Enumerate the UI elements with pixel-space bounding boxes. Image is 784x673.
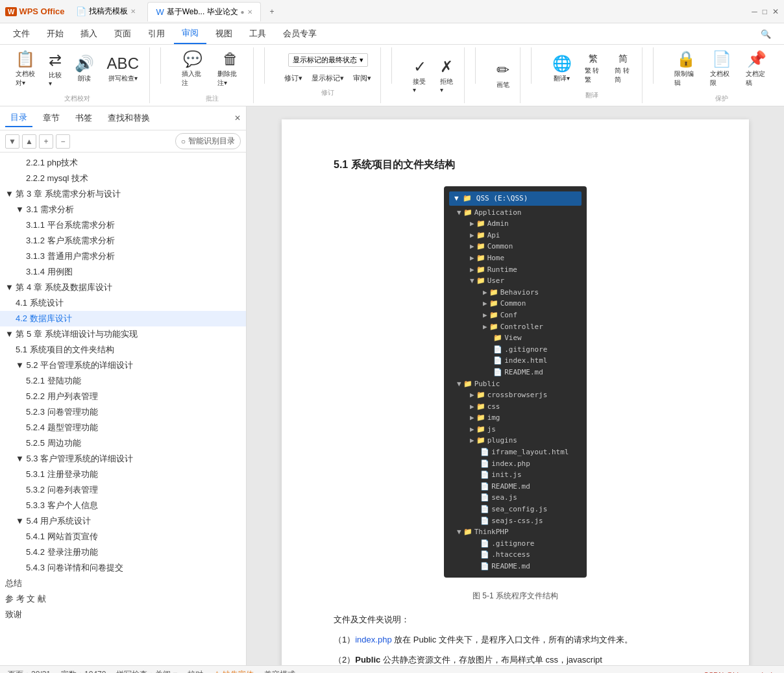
toc-item[interactable]: 参 考 文 献 bbox=[0, 591, 246, 607]
toc-item[interactable]: ▼ 5.4 用户系统设计 bbox=[0, 513, 246, 529]
toc-item[interactable]: 3.1.1 平台系统需求分析 bbox=[0, 217, 246, 233]
compare-button[interactable]: ⇄ 比较▾ bbox=[43, 49, 67, 90]
tab-toc[interactable]: 目录 bbox=[5, 109, 32, 127]
toc-item[interactable]: 3.1.3 普通用户需求分析 bbox=[0, 249, 246, 264]
ribbon-tab-view[interactable]: 视图 bbox=[208, 24, 240, 43]
accept-button[interactable]: ✓ 接受▾ bbox=[408, 55, 432, 96]
smart-toc-btn[interactable]: ○ 智能识别目录 bbox=[175, 133, 241, 149]
ribbon-tab-file[interactable]: 文件 bbox=[5, 24, 38, 43]
toc-item[interactable]: 3.1.4 用例图 bbox=[0, 264, 246, 280]
toc-item[interactable]: 5.2.3 问卷管理功能 bbox=[0, 404, 246, 420]
tab-bookmark[interactable]: 书签 bbox=[70, 110, 97, 127]
toc-item[interactable]: ▼ 第 3 章 系统需求分析与设计 bbox=[0, 186, 246, 202]
tree-public-children: ▶ 📁 crossbrowserjs ▶ 📁 css ▶ 📁 img ▶ 📁 j… bbox=[454, 389, 582, 526]
tree-item: 📄 .htaccess bbox=[467, 549, 582, 561]
toc-add-btn[interactable]: + bbox=[39, 134, 53, 149]
show-markup-btn[interactable]: 显示标记▾ bbox=[308, 72, 348, 84]
ribbon-tab-tools[interactable]: 工具 bbox=[241, 24, 274, 43]
restrict-edit-button[interactable]: 🔒 限制编辑 bbox=[669, 47, 702, 90]
toc-item[interactable]: ▼ 第 4 章 系统及数据库设计 bbox=[0, 280, 246, 295]
toc-item[interactable]: 5.3.2 问卷列表管理 bbox=[0, 482, 246, 498]
tree-item: 📄 README.md bbox=[467, 481, 582, 493]
toc-item[interactable]: 5.2.5 周边功能 bbox=[0, 435, 246, 451]
ribbon-tab-review[interactable]: 审阅 bbox=[174, 23, 206, 44]
trad-icon: 繁 bbox=[589, 53, 598, 65]
toc-item[interactable]: 5.2.1 登陆功能 bbox=[0, 373, 246, 389]
tab-findreplace[interactable]: 查找和替换 bbox=[103, 110, 155, 127]
ribbon-tab-insert[interactable]: 插入 bbox=[73, 24, 105, 43]
spell-check-button[interactable]: ABC 拼写检查▾ bbox=[102, 52, 144, 86]
tab-find-template[interactable]: 📄 找稿壳模板 ✕ bbox=[68, 2, 143, 21]
close-left-panel[interactable]: ✕ bbox=[234, 114, 241, 123]
toc-item[interactable]: 4.1 系统设计 bbox=[0, 295, 246, 311]
accept-label: 接受▾ bbox=[413, 77, 426, 93]
tab-thesis-label: 基于Web... 毕业论文 bbox=[167, 6, 238, 18]
reject-button[interactable]: ✗ 拒绝▾ bbox=[435, 55, 459, 96]
title-bar-right: ─ □ ✕ bbox=[752, 7, 779, 16]
doc-proofread-button[interactable]: 📋 文档校对▾ bbox=[10, 47, 41, 90]
toc-item[interactable]: 5.1 系统项目的文件夹结构 bbox=[0, 342, 246, 358]
toc-item[interactable]: 5.4.3 问卷详情和问卷提交 bbox=[0, 560, 246, 576]
read-aloud-button[interactable]: 🔊 朗读 bbox=[69, 52, 99, 86]
ribbon-tab-page[interactable]: 页面 bbox=[106, 24, 139, 43]
show-markup-dropdown[interactable]: 显示标记的最终状态 ▾ bbox=[288, 53, 368, 67]
toc-item[interactable]: 2.2.2 mysql 技术 bbox=[0, 171, 246, 186]
brush-button[interactable]: ✏ 画笔 bbox=[491, 58, 515, 92]
toc-item[interactable]: 5.4.1 网站首页宣传 bbox=[0, 529, 246, 545]
toc-item[interactable]: 5.2.2 用户列表管理 bbox=[0, 389, 246, 404]
insert-comment-button[interactable]: 💬 插入批注 bbox=[177, 47, 210, 90]
protect-group-title: 保护 bbox=[715, 94, 728, 103]
toc-item[interactable]: 5.4.2 登录注册功能 bbox=[0, 545, 246, 560]
toc-item-active[interactable]: 4.2 数据库设计 bbox=[0, 311, 246, 326]
window-close[interactable]: ✕ bbox=[772, 7, 779, 16]
tab-chapter[interactable]: 章节 bbox=[38, 110, 65, 127]
ribbon-tab-start[interactable]: 开始 bbox=[39, 24, 71, 43]
toc-item[interactable]: ▼ 第 5 章 系统详细设计与功能实现 bbox=[0, 326, 246, 342]
doc-permission-icon: 📄 bbox=[712, 50, 731, 68]
main-layout: 目录 章节 书签 查找和替换 ✕ ▼ ▲ + − ○ 智能识别目录 2.2.1 … bbox=[0, 106, 784, 665]
tab-thesis[interactable]: W 基于Web... 毕业论文 ● ✕ bbox=[147, 2, 260, 21]
window-maximize[interactable]: □ bbox=[763, 7, 767, 16]
toc-item[interactable]: 致谢 bbox=[0, 607, 246, 622]
toc-collapse-btn[interactable]: ▼ bbox=[5, 134, 19, 149]
doc-finalize-button[interactable]: 📌 文档定稿 bbox=[741, 47, 774, 90]
toc-item[interactable]: 5.3.3 客户个人信息 bbox=[0, 498, 246, 513]
separator-1 bbox=[160, 47, 161, 84]
doc-finalize-label: 文档定稿 bbox=[746, 69, 768, 88]
new-tab-button[interactable]: + bbox=[265, 5, 280, 19]
tab-close-template[interactable]: ✕ bbox=[130, 8, 136, 15]
restrict-label: 限制编辑 bbox=[674, 69, 697, 88]
toc-up-btn[interactable]: ▲ bbox=[22, 134, 36, 149]
window-minimize[interactable]: ─ bbox=[752, 7, 757, 16]
toc-item[interactable]: ▼ 5.2 平台管理系统的详细设计 bbox=[0, 358, 246, 373]
tree-item: ▼ 📁 Application bbox=[454, 207, 582, 219]
ribbon-tab-vip[interactable]: 会员专享 bbox=[275, 24, 325, 43]
ribbon-group-protect: 🔒 限制编辑 📄 文档权限 📌 文档定稿 保护 bbox=[664, 47, 779, 103]
review-btn[interactable]: 审阅▾ bbox=[349, 72, 375, 84]
tree-item: 📄 index.html bbox=[480, 355, 582, 367]
status-missing-font[interactable]: ⚠ 缺失字体 bbox=[214, 669, 254, 673]
status-proofread[interactable]: 校对 bbox=[188, 669, 203, 673]
ribbon-tab-ref[interactable]: 引用 bbox=[140, 24, 173, 43]
toc-item[interactable]: ▼ 3.1 需求分析 bbox=[0, 202, 246, 217]
tree-item: ▶ 📁 Api bbox=[467, 230, 582, 241]
toc-item[interactable]: 2.2.1 php技术 bbox=[0, 155, 246, 171]
toc-item[interactable]: 总结 bbox=[0, 576, 246, 591]
toc-remove-btn[interactable]: − bbox=[56, 134, 70, 149]
simp-to-trad-button[interactable]: 简 简 转简 bbox=[609, 51, 637, 87]
toc-item[interactable]: 3.1.2 客户系统需求分析 bbox=[0, 233, 246, 249]
doc-area[interactable]: 5.1 系统项目的文件夹结构 ▼ 📁 QSS (E:\QSS) ▼ 📁 Appl… bbox=[247, 106, 784, 665]
track-btn[interactable]: 修订▾ bbox=[280, 72, 306, 84]
doc-permission-button[interactable]: 📄 文档权限 bbox=[705, 47, 738, 90]
toc-item[interactable]: 5.3.1 注册登录功能 bbox=[0, 467, 246, 482]
tree-public: ▼ 📁 Public ▶ 📁 crossbrowserjs ▶ 📁 css ▶ … bbox=[449, 378, 582, 527]
insert-comment-label: 插入批注 bbox=[182, 69, 204, 88]
translate-button[interactable]: 🌐 翻译▾ bbox=[547, 52, 577, 86]
tab-close-thesis[interactable]: ✕ bbox=[247, 8, 252, 16]
toc-item[interactable]: 5.2.4 题型管理功能 bbox=[0, 420, 246, 435]
trad-to-simp-button[interactable]: 繁 繁 转繁 bbox=[580, 51, 607, 87]
ribbon-search[interactable]: 🔍 bbox=[753, 25, 779, 43]
status-spell[interactable]: 拼写检查：关闭 ▾ bbox=[116, 669, 177, 673]
toc-item[interactable]: ▼ 5.3 客户管理系统的详细设计 bbox=[0, 451, 246, 467]
delete-comment-button[interactable]: 🗑 删除批注▾ bbox=[212, 47, 248, 90]
